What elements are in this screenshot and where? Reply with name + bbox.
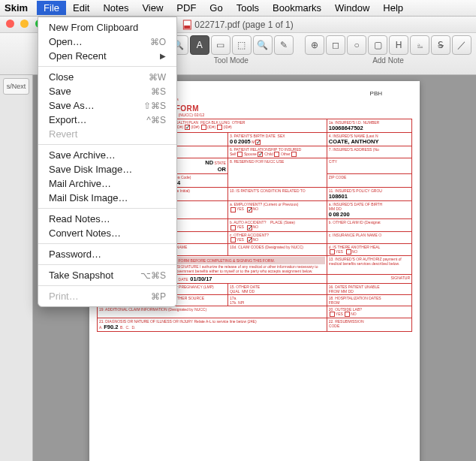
menuitem-save-as[interactable]: Save As…⇧⌘S	[38, 98, 176, 113]
menuitem-save-disk-image[interactable]: Save Disk Image…	[38, 162, 176, 176]
menu-bookmarks[interactable]: Bookmarks	[266, 1, 328, 15]
tool-highlight-button[interactable]: ✎	[274, 35, 294, 55]
tool-move-button[interactable]: ▭	[211, 35, 230, 55]
addnote-underline-button[interactable]: ⎁	[410, 35, 429, 55]
box10c: c. OTHER ACCIDENT?YES NO	[227, 231, 327, 243]
addnote-line-button[interactable]: ／	[452, 35, 471, 55]
box11a: a. INSURED'S DATE OF BIRTHMM DD0 08 200	[327, 201, 411, 219]
box6: 6. PATIENT RELATIONSHIP TO INSUREDSelf S…	[227, 146, 327, 158]
tool-mode-label: Tool Mode	[214, 56, 249, 65]
menuitem-save-archive[interactable]: Save Archive…	[38, 148, 176, 162]
box11: 11. INSURED'S POLICY GROU108601	[327, 188, 411, 201]
addnote-box-button[interactable]: ▢	[368, 35, 387, 55]
menu-pdf[interactable]: PDF	[170, 1, 203, 15]
menuitem-mail-disk-image[interactable]: Mail Disk Image…	[38, 191, 176, 205]
menuitem-password[interactable]: Password…	[38, 247, 176, 261]
box18: 18. HOSPITALIZATION DATESFROM	[327, 294, 411, 306]
corner-code: PBH	[370, 90, 382, 97]
box10: 10. IS PATIENT'S CONDITION RELATED TO	[227, 188, 327, 201]
menubar: Skim File Edit Notes View PDF Go Tools B…	[0, 0, 476, 17]
menuitem-convert-notes[interactable]: Convert Notes…	[38, 226, 176, 240]
add-note-label: Add Note	[372, 56, 404, 65]
pdf-icon	[182, 20, 191, 30]
menuitem-print: Print…⌘P	[38, 289, 176, 303]
box8: 8. RESERVED FOR NUCC USE	[227, 158, 327, 188]
menuitem-export[interactable]: Export…^⌘S	[38, 113, 176, 127]
box4: 4. INSURED'S NAME (Last NCOATE, ANTHONY	[327, 133, 411, 146]
menu-window[interactable]: Window	[328, 1, 376, 15]
document-title: 022717.pdf (page 1 of 1)	[182, 20, 293, 30]
box16: 16. DATES PATIENT UNABLEFROM MM DD	[327, 283, 411, 294]
box3: 3. PATIENT'S BIRTH DATE SEX0 0 2005 M	[227, 133, 327, 146]
menu-notes[interactable]: Notes	[96, 1, 135, 15]
sidebar: s/Next	[0, 75, 33, 461]
menuitem-save[interactable]: Save⌘S	[38, 84, 176, 98]
svg-rect-1	[184, 26, 190, 29]
box7: 7. INSURED'S ADDRESS (No	[327, 146, 411, 158]
menuitem-new-from-clipboard[interactable]: New From Clipboard	[38, 20, 176, 35]
menu-go[interactable]: Go	[203, 1, 229, 15]
addnote-text-button[interactable]: ◻	[326, 35, 345, 55]
menuitem-close[interactable]: Close⌘W	[38, 70, 176, 84]
minimize-window-button[interactable]	[20, 20, 29, 28]
box11c: c. INSURANCE PLAN NAME O	[327, 231, 411, 243]
close-window-button[interactable]	[6, 20, 14, 28]
box20: 20. OUTSIDE LAB?YES NO	[327, 306, 411, 318]
menu-file[interactable]: File	[37, 1, 66, 15]
box10b: b. AUTO ACCIDENT? PLACE (State)YES NO	[227, 219, 327, 231]
chevron-right-icon: ▶	[160, 52, 166, 60]
box13sig: SIGNATUR	[327, 274, 411, 283]
menuitem-open[interactable]: Open…⌘O	[38, 35, 176, 49]
box19: 19. ADDITIONAL CLAIM INFORMATION (Design…	[98, 306, 327, 318]
box21: 21. DIAGNOSIS OR NATURE OF ILLNESS OR IN…	[98, 318, 327, 332]
tool-magnify-button[interactable]: 🔍	[253, 35, 273, 55]
box7c: ZIP CODE	[327, 174, 411, 188]
menuitem-take-snapshot[interactable]: Take Snapshot⌥⌘S	[38, 268, 176, 282]
box7b: CITY	[327, 158, 411, 174]
app-name: Skim	[5, 2, 28, 14]
addnote-highlight-button[interactable]: H	[389, 35, 408, 55]
addnote-anchored-button[interactable]: ⊕	[305, 35, 324, 55]
menuitem-read-notes[interactable]: Read Notes…	[38, 212, 176, 226]
box22: 22. RESUBMISSIONCODE	[327, 318, 411, 332]
box17ab: 17a.17b. NPI	[227, 294, 327, 306]
prev-next-button[interactable]: s/Next	[3, 78, 29, 95]
box11d: d. IS THERE ANOTHER HEALYES NO	[327, 243, 411, 255]
box13: 13. INSURED'S OR AUTHORIZ payment of med…	[327, 255, 411, 274]
box1a: 1a. INSURED'S I.D. NUMBER10068647502	[327, 119, 411, 133]
addnote-strike-button[interactable]: S̶	[431, 35, 450, 55]
tool-text-button[interactable]: A	[190, 35, 209, 55]
menu-help[interactable]: Help	[376, 1, 410, 15]
menu-tools[interactable]: Tools	[230, 1, 266, 15]
box10d: 10d. CLAIM CODES (Designated by NUCC)	[227, 243, 327, 255]
file-menu-dropdown: New From Clipboard Open…⌘O Open Recent▶ …	[38, 17, 177, 307]
menuitem-mail-archive[interactable]: Mail Archive…	[38, 176, 176, 191]
menu-view[interactable]: View	[135, 1, 170, 15]
box15: 15. OTHER DATEQUAL MM DD	[227, 283, 327, 294]
box10a: a. EMPLOYMENT? (Current or Previous)YES …	[227, 201, 327, 219]
addnote-circle-button[interactable]: ○	[347, 35, 366, 55]
menu-edit[interactable]: Edit	[66, 1, 96, 15]
menuitem-revert: Revert	[38, 127, 176, 141]
box11b: b. OTHER CLAIM ID (Designat	[327, 219, 411, 231]
tool-select-button[interactable]: ⬚	[232, 35, 252, 55]
menuitem-open-recent[interactable]: Open Recent▶	[38, 49, 176, 63]
